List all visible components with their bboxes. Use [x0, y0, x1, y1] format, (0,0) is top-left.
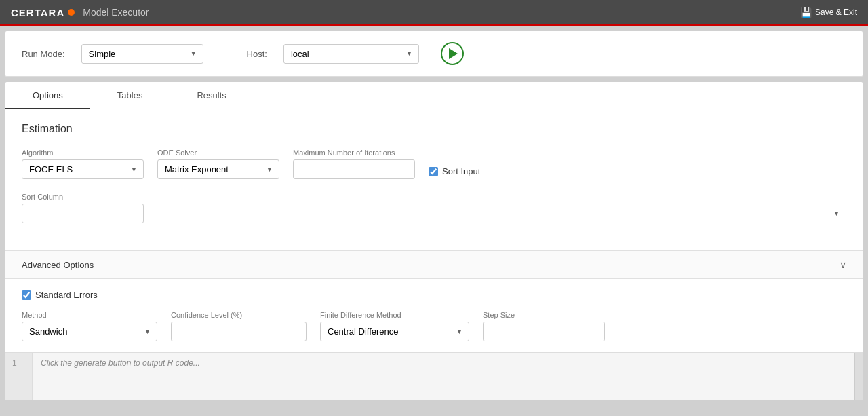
chevron-down-icon: ∨	[840, 259, 846, 270]
method-label: Method	[22, 311, 157, 319]
tab-tables[interactable]: Tables	[90, 82, 170, 109]
step-size-field-group: Step Size 0.01	[483, 311, 605, 341]
scrollbar[interactable]	[854, 353, 863, 400]
method-select-wrapper: Sandwich S Matrix R Matrix	[22, 322, 157, 341]
standard-errors-label: Standard Errors	[35, 290, 98, 300]
run-mode-select-wrapper: Simple Advanced	[81, 44, 203, 64]
advanced-options-label: Advanced Options	[22, 260, 94, 270]
finite-diff-label: Finite Difference Method	[320, 311, 469, 319]
confidence-level-field-group: Confidence Level (%) 95	[171, 311, 307, 341]
code-area: 1 Click the generate button to output R …	[5, 352, 863, 400]
max-iterations-label: Maximum Number of Iterations	[293, 149, 415, 157]
sort-input-group: Sort Input	[429, 166, 480, 176]
algorithm-select[interactable]: FOCE ELS FOCE FO SAEM	[22, 159, 144, 179]
host-label: Host:	[247, 49, 267, 59]
options-content: Estimation Algorithm FOCE ELS FOCE FO SA…	[5, 109, 863, 250]
logo-text: CERTARA	[11, 7, 64, 18]
confidence-level-label: Confidence Level (%)	[171, 311, 307, 319]
logo-dot	[68, 9, 75, 16]
max-iterations-input[interactable]: 1000	[293, 159, 415, 179]
tab-options[interactable]: Options	[5, 82, 90, 109]
line-numbers: 1	[5, 353, 33, 400]
algorithm-select-wrapper: FOCE ELS FOCE FO SAEM	[22, 159, 144, 179]
tabs: Options Tables Results	[5, 82, 863, 109]
ode-solver-select-wrapper: Matrix Exponent LSODA RK4	[157, 159, 279, 179]
sort-input-checkbox[interactable]	[429, 167, 438, 176]
max-iterations-field-group: Maximum Number of Iterations 1000	[293, 149, 415, 179]
method-row: Method Sandwich S Matrix R Matrix Confid…	[22, 311, 846, 341]
run-mode-select[interactable]: Simple Advanced	[81, 44, 203, 64]
brand-area: CERTARA Model Executor	[11, 7, 149, 18]
standard-errors-group: Standard Errors	[22, 290, 846, 300]
sort-column-row: Sort Column	[22, 193, 846, 223]
app-title: Model Executor	[83, 7, 149, 18]
estimation-title: Estimation	[22, 123, 846, 135]
host-select-wrapper: local remote	[283, 44, 419, 64]
play-icon	[449, 48, 458, 59]
certara-logo: CERTARA	[11, 7, 75, 18]
standard-errors-section: Standard Errors Method Sandwich S Matrix…	[5, 279, 863, 352]
sort-input-label: Sort Input	[442, 166, 480, 176]
sort-column-field-group: Sort Column	[22, 193, 846, 223]
run-mode-bar: Run Mode: Simple Advanced Host: local re…	[5, 31, 863, 77]
run-button[interactable]	[441, 42, 464, 65]
host-select[interactable]: local remote	[283, 44, 419, 64]
confidence-level-input[interactable]: 95	[171, 322, 307, 341]
ode-solver-select[interactable]: Matrix Exponent LSODA RK4	[157, 159, 279, 179]
method-field-group: Method Sandwich S Matrix R Matrix	[22, 311, 157, 341]
code-placeholder: Click the generate button to output R co…	[33, 353, 863, 400]
top-nav: CERTARA Model Executor 💾 Save & Exit	[0, 0, 868, 26]
main-options-row: Algorithm FOCE ELS FOCE FO SAEM ODE Solv…	[22, 149, 846, 179]
step-size-input[interactable]: 0.01	[483, 322, 605, 341]
algorithm-label: Algorithm	[22, 149, 144, 157]
standard-errors-checkbox[interactable]	[22, 290, 31, 300]
step-size-label: Step Size	[483, 311, 605, 319]
line-number-1: 1	[12, 358, 17, 368]
algorithm-field-group: Algorithm FOCE ELS FOCE FO SAEM	[22, 149, 144, 179]
save-icon: 💾	[800, 7, 812, 18]
tab-results[interactable]: Results	[170, 82, 253, 109]
finite-diff-select[interactable]: Central Difference Forward Difference Ba…	[320, 322, 469, 341]
run-mode-label: Run Mode:	[22, 49, 65, 59]
advanced-options-bar[interactable]: Advanced Options ∨	[5, 250, 863, 279]
sort-column-label: Sort Column	[22, 193, 846, 201]
sort-column-select-wrapper	[22, 204, 846, 223]
save-exit-label: Save & Exit	[815, 7, 857, 17]
sort-column-select[interactable]	[22, 204, 144, 223]
method-select[interactable]: Sandwich S Matrix R Matrix	[22, 322, 157, 341]
ode-solver-field-group: ODE Solver Matrix Exponent LSODA RK4	[157, 149, 279, 179]
finite-diff-field-group: Finite Difference Method Central Differe…	[320, 311, 469, 341]
main-content: Options Tables Results Estimation Algori…	[5, 82, 863, 400]
save-exit-button[interactable]: 💾 Save & Exit	[800, 7, 857, 18]
finite-diff-select-wrapper: Central Difference Forward Difference Ba…	[320, 322, 469, 341]
ode-solver-label: ODE Solver	[157, 149, 279, 157]
